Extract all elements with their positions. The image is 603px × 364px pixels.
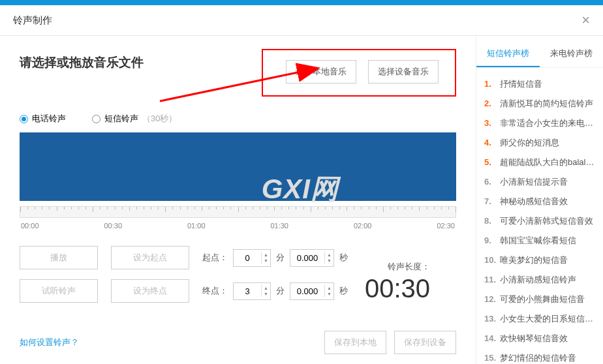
rank-title: 小清新短信提示音 (500, 176, 568, 188)
rank-item[interactable]: 8.可爱小清新韩式短信音效 (484, 211, 595, 231)
up-icon[interactable]: ▲ (262, 285, 270, 291)
rank-title: 清新悦耳的简约短信铃声 (500, 98, 593, 110)
close-icon[interactable]: × (581, 12, 590, 29)
rank-number: 7. (484, 196, 496, 206)
file-prompt: 请选择或拖放音乐文件 (20, 54, 144, 71)
time-label: 00:30 (104, 222, 122, 230)
rank-title: 韩国宝宝喊你看短信 (500, 235, 576, 247)
rank-item[interactable]: 15.梦幻情侣的短信铃音 (484, 348, 595, 364)
rank-number: 3. (484, 118, 496, 128)
set-end-button[interactable]: 设为终点 (111, 279, 189, 303)
rank-number: 4. (484, 138, 496, 147)
up-icon[interactable]: ▲ (262, 252, 270, 258)
start-min-input[interactable]: ▲▼ (233, 249, 271, 267)
rank-number: 12. (484, 294, 496, 304)
rank-item[interactable]: 1.抒情短信音 (484, 74, 595, 94)
set-start-button[interactable]: 设为起点 (111, 246, 189, 269)
time-label: 00:00 (21, 222, 39, 230)
start-sec-input[interactable]: ▲▼ (290, 249, 334, 267)
rank-title: 超能陆战队大白的balalala (500, 157, 595, 168)
rank-item[interactable]: 14.欢快钢琴短信音效 (484, 329, 595, 348)
rank-title: 神秘动感短信音效 (500, 196, 568, 207)
rank-title: 可爱的小熊舞曲短信音 (500, 294, 585, 305)
end-label: 终点： (202, 285, 228, 297)
radio-sms-ringtone[interactable]: 短信铃声 （30秒） (92, 113, 177, 125)
tab-sms-ranking[interactable]: 短信铃声榜 (476, 41, 540, 67)
play-button[interactable]: 播放 (20, 246, 98, 269)
rank-item[interactable]: 10.唯美梦幻的短信音 (484, 250, 595, 270)
rank-number: 10. (484, 255, 496, 265)
rank-item[interactable]: 5.超能陆战队大白的balalala (484, 153, 595, 172)
duration-label: 铃声长度： (365, 261, 430, 273)
rank-item[interactable]: 3.非常适合小女生的来电炫彩... (484, 114, 595, 133)
file-buttons-highlight: 选择本地音乐 选择设备音乐 (262, 49, 456, 97)
rank-number: 6. (484, 177, 496, 187)
start-label: 起点： (202, 252, 228, 264)
header: 铃声制作 × (0, 5, 603, 36)
rank-number: 8. (484, 216, 496, 226)
down-icon[interactable]: ▼ (262, 291, 270, 297)
rank-item[interactable]: 13.小女生大爱的日系短信铃声 (484, 309, 595, 329)
rank-number: 9. (484, 235, 496, 245)
rank-number: 14. (484, 333, 496, 343)
ranking-list: 1.抒情短信音2.清新悦耳的简约短信铃声3.非常适合小女生的来电炫彩...4.师… (476, 68, 603, 364)
rank-title: 师父你的短消息 (500, 137, 559, 149)
rank-item[interactable]: 4.师父你的短消息 (484, 133, 595, 153)
rank-title: 欢快钢琴短信音效 (500, 333, 568, 344)
rank-title: 抒情短信音 (500, 78, 542, 90)
rank-number: 15. (484, 353, 496, 363)
time-label: 01:00 (187, 222, 206, 230)
down-icon[interactable]: ▼ (325, 258, 333, 264)
rank-number: 5. (484, 157, 496, 167)
help-link[interactable]: 如何设置铃声？ (20, 337, 79, 348)
save-device-button[interactable]: 保存到设备 (394, 331, 456, 354)
sidebar: 短信铃声榜 来电铃声榜 1.抒情短信音2.清新悦耳的简约短信铃声3.非常适合小女… (476, 36, 603, 364)
rank-number: 11. (484, 275, 496, 284)
select-device-music-button[interactable]: 选择设备音乐 (368, 60, 439, 83)
watermark: GXI网 (262, 171, 339, 207)
up-icon[interactable]: ▲ (325, 252, 333, 258)
rank-title: 非常适合小女生的来电炫彩... (500, 117, 595, 129)
rank-title: 唯美梦幻的短信音 (500, 254, 568, 266)
tab-call-ranking[interactable]: 来电铃声榜 (540, 41, 603, 67)
time-labels: 00:0000:3001:0001:3002:0002:30 (20, 222, 456, 230)
rank-item[interactable]: 7.神秘动感短信音效 (484, 192, 595, 211)
rank-number: 1. (484, 79, 496, 89)
select-local-music-button[interactable]: 选择本地音乐 (286, 60, 356, 83)
end-min-input[interactable]: ▲▼ (233, 282, 271, 300)
rank-item[interactable]: 9.韩国宝宝喊你看短信 (484, 231, 595, 250)
radio-phone-ringtone[interactable]: 电话铃声 (20, 113, 66, 125)
timeline-ruler[interactable] (20, 206, 456, 218)
window-title: 铃声制作 (13, 14, 52, 27)
waveform-area[interactable]: GXI网 (20, 132, 456, 201)
time-label: 02:30 (437, 222, 455, 230)
main-panel: 请选择或拖放音乐文件 选择本地音乐 选择设备音乐 电话铃声 短信铃声 （30秒） (0, 36, 476, 364)
start-point-group: 起点： ▲▼ 分 ▲▼ 秒 (202, 249, 348, 267)
rank-number: 13. (484, 314, 496, 324)
preview-button[interactable]: 试听铃声 (20, 279, 98, 303)
rank-item[interactable]: 6.小清新短信提示音 (484, 172, 595, 192)
rank-item[interactable]: 2.清新悦耳的简约短信铃声 (484, 94, 595, 114)
rank-number: 2. (484, 99, 496, 108)
duration-value: 00:30 (365, 274, 430, 303)
rank-title: 小女生大爱的日系短信铃声 (500, 313, 595, 325)
radio-icon (20, 115, 28, 123)
rank-title: 梦幻情侣的短信铃音 (500, 352, 576, 364)
ranking-tabs: 短信铃声榜 来电铃声榜 (476, 41, 603, 68)
rank-title: 可爱小清新韩式短信音效 (500, 215, 593, 227)
rank-item[interactable]: 11.小清新动感短信铃声 (484, 270, 595, 290)
end-point-group: 终点： ▲▼ 分 ▲▼ 秒 (202, 282, 348, 300)
save-local-button[interactable]: 保存到本地 (324, 331, 386, 354)
time-label: 01:30 (270, 222, 288, 230)
end-sec-input[interactable]: ▲▼ (290, 282, 334, 300)
time-label: 02:00 (354, 222, 372, 230)
down-icon[interactable]: ▼ (325, 291, 333, 297)
rank-title: 小清新动感短信铃声 (500, 274, 576, 286)
down-icon[interactable]: ▼ (262, 258, 270, 264)
radio-icon (92, 115, 100, 123)
up-icon[interactable]: ▲ (325, 285, 333, 291)
rank-item[interactable]: 12.可爱的小熊舞曲短信音 (484, 290, 595, 309)
ringtone-type-radios: 电话铃声 短信铃声 （30秒） (20, 113, 456, 125)
